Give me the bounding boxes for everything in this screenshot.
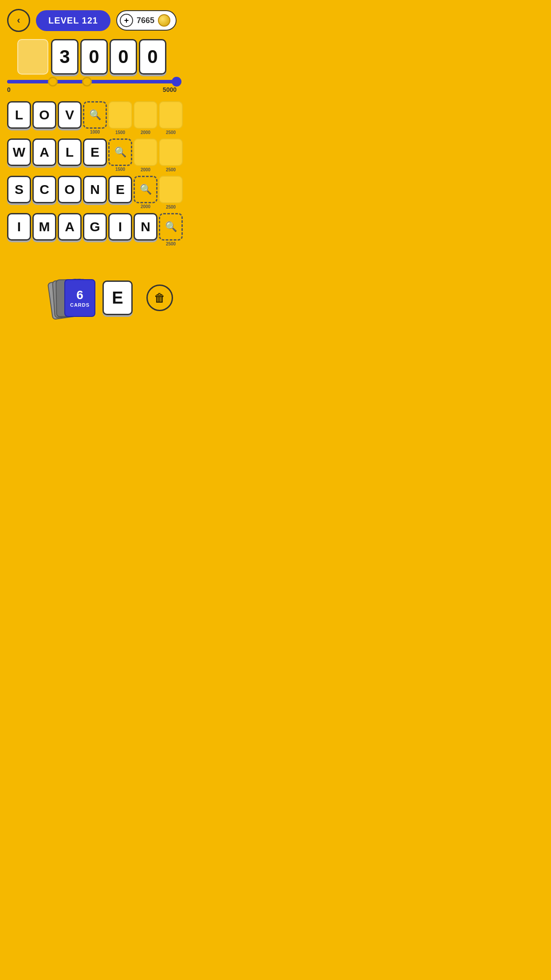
- word-row-3: S C O N E 🔍 2000 2500 3000: [7, 176, 177, 203]
- progress-marker-1: [48, 77, 58, 87]
- empty-tile: 2000: [134, 101, 157, 129]
- progress-bar: [7, 80, 177, 83]
- letter-tile: S: [7, 176, 31, 203]
- level-label: LEVEL 121: [48, 16, 98, 25]
- progress-labels: 0 5000: [7, 86, 177, 93]
- score-tiles: 3 0 0 0: [51, 39, 166, 75]
- empty-tile: 2500: [159, 138, 183, 166]
- letter-tile: O: [32, 101, 56, 129]
- letter-tile: N: [83, 176, 107, 203]
- hint-label-row2: 1500: [115, 167, 125, 172]
- empty-tile: 2500: [159, 176, 183, 203]
- word-row-1: L O V 🔍 1000 1500 2000 2500 3000: [7, 101, 177, 129]
- letter-tile: W: [7, 138, 31, 166]
- letter-tile: E: [108, 176, 132, 203]
- empty-label: 1500: [115, 130, 125, 135]
- search-icon: 🔍: [165, 221, 177, 233]
- hint-tile-row2[interactable]: 🔍 1500: [108, 138, 132, 166]
- empty-label: 2000: [141, 167, 150, 172]
- score-area: 3 0 0 0: [17, 39, 166, 75]
- search-icon: 🔍: [89, 109, 101, 121]
- letter-tile: E: [83, 138, 107, 166]
- letter-tile: G: [83, 213, 107, 241]
- back-icon: ‹: [17, 15, 20, 26]
- hint-label-row4: 2500: [166, 241, 176, 246]
- score-digit-1: 3: [51, 39, 79, 75]
- progress-section: 0 5000: [7, 80, 177, 93]
- search-icon: 🔍: [140, 184, 152, 195]
- word-row-4: I M A G I N 🔍 2500 3000: [7, 213, 177, 241]
- word-row-4-tiles: I M A G I N 🔍 2500 3000: [7, 213, 177, 241]
- coin-count: 7665: [137, 16, 154, 25]
- word-row-1-tiles: L O V 🔍 1000 1500 2000 2500 3000: [7, 101, 177, 129]
- hint-tile-row4[interactable]: 🔍 2500: [159, 213, 183, 241]
- word-row-2: W A L E 🔍 1500 2000 2500 3000: [7, 138, 177, 166]
- header: ‹ LEVEL 121 + 7665: [7, 9, 177, 32]
- letter-tile: L: [58, 138, 82, 166]
- letter-tile: O: [58, 176, 82, 203]
- letter-tile: A: [32, 138, 56, 166]
- letter-tile: I: [108, 213, 132, 241]
- card-front[interactable]: 6 CARDS: [64, 279, 95, 317]
- back-button[interactable]: ‹: [7, 9, 30, 32]
- hint-label-row1: 1000: [90, 130, 100, 134]
- score-digit-3: 0: [110, 39, 137, 75]
- letter-tile: L: [7, 101, 31, 129]
- add-coins-button[interactable]: +: [120, 14, 133, 27]
- game-screen: ‹ LEVEL 121 + 7665 3 0 0 0: [0, 0, 184, 327]
- letter-tile: I: [7, 213, 31, 241]
- hint-tile-row3[interactable]: 🔍 2000: [134, 176, 157, 203]
- coins-area[interactable]: + 7665: [116, 10, 177, 31]
- score-digit-4: 0: [139, 39, 166, 75]
- letter-tile: N: [134, 213, 157, 241]
- letter-tile: A: [58, 213, 82, 241]
- current-letter-tile[interactable]: E: [102, 281, 133, 315]
- empty-tile: 1500: [108, 101, 132, 129]
- trash-button[interactable]: 🗑: [146, 285, 173, 311]
- cards-count: 6: [76, 288, 83, 302]
- level-badge: LEVEL 121: [36, 10, 110, 31]
- score-digit-2: 0: [80, 39, 108, 75]
- progress-marker-3: [172, 77, 181, 87]
- empty-label: 2500: [166, 167, 176, 172]
- letter-tile: C: [32, 176, 56, 203]
- words-area: L O V 🔍 1000 1500 2000 2500 3000: [7, 101, 177, 249]
- cards-label: CARDS: [70, 302, 90, 308]
- search-icon: 🔍: [114, 146, 126, 158]
- word-row-3-tiles: S C O N E 🔍 2000 2500 3000: [7, 176, 177, 203]
- trash-icon: 🗑: [154, 291, 165, 305]
- hint-label-row3: 2000: [141, 204, 150, 209]
- empty-label: 2500: [166, 130, 176, 135]
- coin-icon: [158, 14, 170, 27]
- letter-tile: M: [32, 213, 56, 241]
- progress-marker-2: [82, 77, 92, 87]
- empty-tile: 2000: [134, 138, 157, 166]
- progress-fill: [7, 80, 177, 83]
- current-letter: E: [112, 288, 123, 308]
- hint-tile-row1[interactable]: 🔍 1000: [83, 101, 107, 129]
- score-blank-1: [17, 39, 48, 75]
- empty-tile: 2500: [159, 101, 183, 129]
- empty-label: 2000: [141, 130, 150, 135]
- empty-label: 2500: [166, 205, 176, 209]
- letter-tile: V: [58, 101, 82, 129]
- plus-icon: +: [124, 16, 129, 25]
- progress-max: 5000: [163, 86, 177, 93]
- progress-min: 0: [7, 86, 11, 93]
- word-row-2-tiles: W A L E 🔍 1500 2000 2500 3000: [7, 138, 177, 166]
- bottom-area: 6 CARDS E 🗑: [7, 274, 177, 318]
- cards-stack[interactable]: 6 CARDS: [51, 278, 95, 318]
